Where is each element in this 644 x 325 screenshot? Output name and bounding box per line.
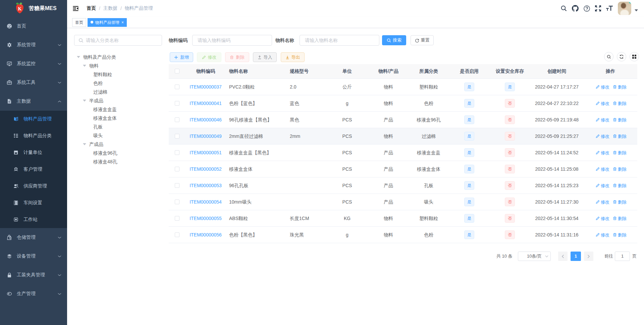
svg-text:K: K [18, 6, 22, 11]
